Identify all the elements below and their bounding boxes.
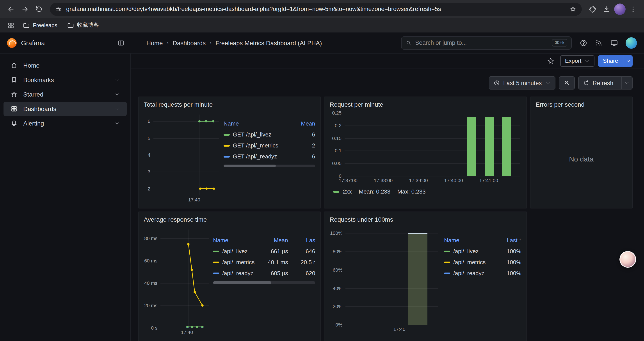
line-series[interactable]	[160, 229, 209, 328]
display-icon[interactable]	[610, 39, 618, 47]
bookmark-item-blog[interactable]: 收藏博客	[63, 20, 102, 30]
legend-row[interactable]: GET /api/_livez6	[224, 129, 315, 140]
sidebar-item-home[interactable]: Home	[4, 58, 127, 72]
legend-column-header[interactable]: Mean	[290, 120, 315, 127]
search-box[interactable]: ⌘+k	[401, 36, 572, 49]
back-button[interactable]	[4, 3, 18, 16]
legend-scrollbar[interactable]	[224, 165, 315, 167]
plot-area[interactable]	[344, 113, 520, 176]
legend-cell: /api/_readyz	[213, 270, 261, 276]
request-per-minute-chart[interactable]: 0.250.20.150.10.050 17:37:0017:38:0017:3…	[329, 113, 520, 183]
bar[interactable]	[467, 117, 476, 176]
requests-under-100ms-chart[interactable]: 100%80%60%40%20%0% 17:40	[328, 229, 438, 332]
legend-row[interactable]: GET /api/_metrics2	[224, 140, 315, 151]
total-requests-chart[interactable]: 65432 17:40	[142, 115, 219, 202]
bar[interactable]	[502, 117, 512, 176]
legend-row[interactable]: /api/_livez100%	[444, 246, 521, 257]
panel-title[interactable]: Requests under 100ms	[324, 212, 526, 223]
grafana-logo[interactable]	[7, 38, 17, 48]
user-avatar[interactable]	[626, 37, 637, 49]
y-tick-label: 0.2	[335, 123, 342, 128]
legend-column-header[interactable]: Name	[213, 237, 261, 244]
panel-title[interactable]: Average response time	[138, 212, 320, 223]
chevron-down-icon[interactable]	[114, 77, 120, 83]
sidebar-item-dashboards[interactable]: Dashboards	[4, 102, 127, 116]
legend-column-header[interactable]: Las	[290, 237, 315, 244]
x-tick-label: 17:41:00	[480, 178, 498, 183]
panel-title[interactable]: Request per minute	[324, 97, 526, 108]
help-icon[interactable]	[580, 39, 588, 47]
news-rss-icon[interactable]	[595, 39, 603, 47]
breadcrumb-dashboards[interactable]: Dashboards	[172, 39, 206, 46]
forward-button[interactable]	[18, 3, 32, 16]
scrollbar-thumb[interactable]	[213, 281, 271, 284]
bookmark-item-freeleaps[interactable]: Freeleaps	[19, 21, 61, 30]
download-icon[interactable]	[600, 3, 613, 16]
legend-cell: /api/_livez	[213, 248, 261, 254]
legend-cell: /api/_readyz	[444, 270, 494, 276]
legend-column-header[interactable]: Mean	[262, 237, 288, 244]
legend-column-header[interactable]: Name	[224, 120, 288, 127]
panel-total-requests-per-minute: Total requests per minute 65432 17:40 Na…	[138, 97, 321, 208]
scrollbar-thumb[interactable]	[224, 165, 276, 167]
extensions-icon[interactable]	[586, 3, 599, 16]
legend-row[interactable]: GET /api/_readyz6	[224, 151, 315, 162]
browser-toolbar	[0, 0, 644, 18]
legend-column-header[interactable]: Last *	[496, 237, 521, 244]
bar[interactable]	[485, 117, 494, 176]
time-range-picker[interactable]: Last 5 minutes	[489, 76, 556, 90]
legend-row[interactable]: /api/_livez661 µs646	[213, 246, 315, 257]
refresh-label: Refresh	[592, 80, 613, 86]
favorite-star-icon[interactable]	[544, 55, 556, 67]
legend-row[interactable]: /api/_metrics40.1 ms20.5 r	[213, 257, 315, 268]
breadcrumb-home[interactable]: Home	[146, 39, 163, 46]
reload-button[interactable]	[32, 3, 46, 16]
gridline	[344, 163, 520, 164]
line-series[interactable]	[154, 115, 219, 195]
plot-area[interactable]	[160, 229, 209, 328]
legend-scrollbar[interactable]	[213, 281, 315, 284]
panel-title[interactable]: Total requests per minute	[138, 97, 320, 108]
series-color-icon	[213, 250, 219, 252]
share-button[interactable]: Share	[598, 55, 632, 67]
legend-row[interactable]: /api/_readyz100%	[444, 268, 521, 279]
dashboard-actions-bar: Export Share	[131, 54, 644, 69]
bar[interactable]	[408, 233, 427, 325]
export-button[interactable]: Export	[560, 55, 594, 67]
apps-grid-icon[interactable]	[5, 20, 17, 31]
bookmark-icon	[10, 76, 18, 83]
legend-column-header[interactable]: Name	[444, 237, 494, 244]
search-input[interactable]	[415, 40, 548, 46]
series-label[interactable]: 2xx	[343, 188, 352, 195]
refresh-button[interactable]: Refresh	[578, 76, 632, 90]
legend-row[interactable]: /api/_readyz605 µs620	[213, 268, 315, 279]
plot-area[interactable]	[346, 229, 438, 325]
chevron-down-icon[interactable]	[114, 106, 120, 112]
refresh-main[interactable]: Refresh	[578, 77, 618, 89]
url-input[interactable]	[66, 6, 566, 12]
time-controls: Last 5 minutes Refresh	[131, 69, 644, 90]
legend-table: NameMeanGET /api/_livez6GET /api/_metric…	[224, 118, 315, 162]
floating-avatar[interactable]	[620, 251, 636, 268]
zoom-out-button[interactable]	[559, 76, 574, 90]
average-response-time-chart[interactable]: 80 ms60 ms40 ms20 ms0 s 17:40	[142, 229, 209, 335]
legend-inline[interactable]: 2xxMean: 0.233Max: 0.233	[333, 188, 520, 195]
site-info-icon[interactable]	[55, 6, 62, 13]
sidebar-item-bookmarks[interactable]: Bookmarks	[4, 73, 127, 87]
chevron-down-icon[interactable]	[114, 92, 120, 97]
plot-area[interactable]	[154, 115, 219, 195]
sidebar-item-starred[interactable]: Starred	[4, 87, 127, 101]
share-menu-caret[interactable]	[623, 55, 632, 67]
sidebar-toggle-icon[interactable]	[118, 39, 124, 46]
bookmark-star-icon[interactable]	[570, 6, 576, 13]
panel-title[interactable]: Errors per second	[530, 97, 632, 108]
chevron-down-icon[interactable]	[114, 121, 120, 126]
browser-profile-avatar[interactable]	[614, 3, 626, 15]
refresh-interval-caret[interactable]	[621, 77, 632, 89]
browser-menu-icon[interactable]	[626, 3, 640, 16]
share-label[interactable]: Share	[598, 55, 623, 67]
legend-row[interactable]: /api/_metrics100%	[444, 257, 521, 268]
sidebar-item-alerting[interactable]: Alerting	[4, 116, 127, 130]
brand-name: Grafana	[21, 39, 45, 47]
address-bar[interactable]	[50, 3, 582, 16]
